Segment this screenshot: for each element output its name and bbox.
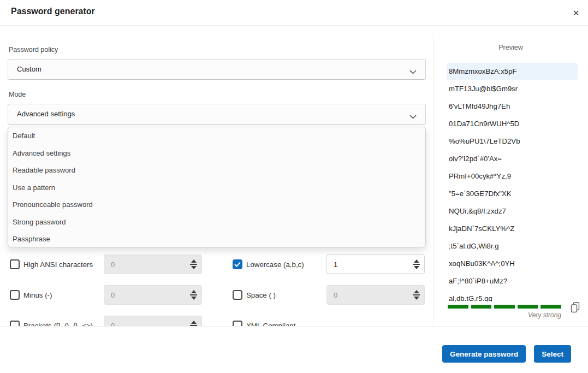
- checkbox-unchecked[interactable]: [10, 259, 20, 269]
- count-input: [104, 316, 202, 327]
- number-stepper[interactable]: [190, 290, 197, 300]
- strength-segment: [471, 305, 492, 309]
- checkbox-row: Brackets ([], (), {}, <>): [10, 321, 93, 327]
- dropdown-option[interactable]: Readable password: [8, 162, 425, 179]
- checkbox-label: Minus (-): [23, 291, 52, 299]
- stepper-divider: [413, 264, 420, 265]
- checkbox-label: Brackets ([], (), {}, <>): [23, 322, 93, 327]
- strength-segment: [494, 305, 515, 309]
- strength-segment: [518, 305, 538, 309]
- stepper-down-icon[interactable]: [191, 297, 197, 300]
- stepper-down-icon[interactable]: [414, 266, 419, 269]
- checkbox-row: Lowercase (a,b,c): [233, 259, 304, 269]
- count-input-wrap: [326, 285, 425, 305]
- select-button[interactable]: Select: [534, 345, 571, 363]
- count-input: [104, 254, 202, 274]
- dropdown-option[interactable]: Advanced settings: [8, 145, 425, 162]
- count-input-wrap: [104, 316, 202, 327]
- password-preview-item[interactable]: xoqNBu03K^A^;0YH: [447, 255, 578, 273]
- dropdown-option[interactable]: Default: [8, 127, 425, 145]
- count-input[interactable]: [326, 254, 425, 274]
- number-stepper[interactable]: [413, 259, 420, 269]
- dropdown-option[interactable]: Strong password: [8, 214, 425, 231]
- password-preview-item[interactable]: al,db.tG,r5.gq: [447, 290, 578, 301]
- dialog-body: Password policy Custom Mode Advanced set…: [0, 26, 588, 327]
- checkbox-label: Lowercase (a,b,c): [246, 260, 304, 269]
- stepper-down-icon[interactable]: [414, 297, 419, 300]
- dropdown-option[interactable]: Pronounceable password: [8, 196, 425, 214]
- stepper-up-icon[interactable]: [191, 290, 197, 293]
- checkbox-unchecked[interactable]: [10, 321, 20, 327]
- checkbox-unchecked[interactable]: [233, 321, 242, 327]
- password-preview-item[interactable]: 8MmzmxoxBzA:x5pF: [447, 63, 578, 80]
- password-preview-item[interactable]: 6'vLTMfd49Jhg7Eh: [447, 98, 578, 115]
- password-preview-item[interactable]: %o%uPU1\7LeTD2Vb: [447, 133, 578, 150]
- strength-segment: [448, 305, 468, 309]
- dropdown-option[interactable]: Use a pattern: [8, 179, 425, 197]
- password-generator-dialog: Password generator ✕ Password policy Cus…: [0, 0, 588, 373]
- dropdown-option[interactable]: Passphrase: [8, 230, 425, 247]
- strength-meter: [448, 305, 561, 309]
- dialog-header: Password generator ✕: [0, 0, 588, 26]
- generate-password-button[interactable]: Generate password: [442, 345, 526, 363]
- checkbox-row: Space ( ): [233, 290, 276, 300]
- password-preview-item[interactable]: kJjaDN`7sCKLY%^Z: [447, 220, 578, 238]
- preview-panel: Preview 8MmzmxoxBzA:x5pFmTF13Ju@bl$Gm9sr…: [433, 26, 588, 326]
- stepper-divider: [190, 325, 197, 326]
- stepper-divider: [190, 264, 197, 265]
- password-preview-item[interactable]: olv?'I2pd`#0'Ax=: [447, 150, 578, 168]
- dialog-title: Password generator: [11, 7, 95, 16]
- close-icon[interactable]: ✕: [569, 6, 583, 20]
- checkbox-label: XML Compliant: [246, 322, 295, 327]
- copy-icon[interactable]: [569, 301, 581, 315]
- password-preview-item[interactable]: 01Da71Cn9rWUH^5D: [447, 115, 578, 133]
- password-preview-item[interactable]: mTF13Ju@bl$Gm9sr: [447, 80, 578, 98]
- password-policy-label: Password policy: [9, 46, 58, 54]
- count-input-wrap: [326, 254, 425, 274]
- checkbox-row: Minus (-): [10, 290, 52, 300]
- password-preview-item[interactable]: ;t5`al.dG,Wi8r.g: [447, 238, 578, 255]
- chevron-down-icon: [409, 111, 417, 121]
- stepper-up-icon[interactable]: [191, 321, 197, 324]
- chevron-down-icon: [409, 67, 417, 76]
- password-policy-select[interactable]: Custom: [8, 59, 426, 80]
- strength-segment: [541, 305, 561, 309]
- number-stepper[interactable]: [190, 259, 197, 269]
- number-stepper[interactable]: [413, 290, 420, 300]
- password-policy-value: Custom: [17, 60, 41, 79]
- stepper-divider: [190, 294, 197, 295]
- checkbox-unchecked[interactable]: [10, 290, 20, 300]
- stepper-divider: [413, 294, 420, 295]
- count-input-wrap: [104, 285, 202, 305]
- strength-label: Very strong: [528, 311, 561, 319]
- checkbox-row: XML Compliant: [233, 321, 295, 327]
- count-input-wrap: [104, 254, 202, 274]
- mode-label: Mode: [9, 91, 26, 98]
- mode-dropdown-list: DefaultAdvanced settingsReadable passwor…: [8, 127, 426, 247]
- count-input: [326, 285, 425, 305]
- password-preview-item[interactable]: aF;!^80`iP8+uMz?: [447, 273, 578, 290]
- preview-label: Preview: [433, 44, 588, 51]
- count-input: [104, 285, 202, 305]
- checkbox-unchecked[interactable]: [233, 290, 242, 300]
- password-preview-item[interactable]: NQUi;&q8/I:zxdz7: [447, 203, 578, 220]
- stepper-up-icon[interactable]: [414, 259, 419, 263]
- stepper-up-icon[interactable]: [414, 290, 419, 293]
- mode-value: Advanced settings: [17, 104, 75, 124]
- dialog-footer: Generate password Select: [442, 345, 571, 363]
- mode-select[interactable]: Advanced settings: [8, 104, 426, 125]
- stepper-up-icon[interactable]: [191, 259, 197, 263]
- checkbox-row: High ANSI characters: [10, 259, 93, 269]
- checkbox-checked[interactable]: [233, 259, 242, 269]
- password-preview-list: 8MmzmxoxBzA:x5pFmTF13Ju@bl$Gm9sr6'vLTMfd…: [447, 63, 578, 301]
- checkbox-label: Space ( ): [246, 291, 276, 299]
- stepper-down-icon[interactable]: [191, 266, 197, 269]
- number-stepper[interactable]: [190, 321, 197, 327]
- checkbox-label: High ANSI characters: [23, 260, 93, 269]
- password-preview-item[interactable]: "5=e`30GE7Dfx"XK: [447, 185, 578, 203]
- password-preview-item[interactable]: PRmI+00cyk#*Yz,9: [447, 168, 578, 185]
